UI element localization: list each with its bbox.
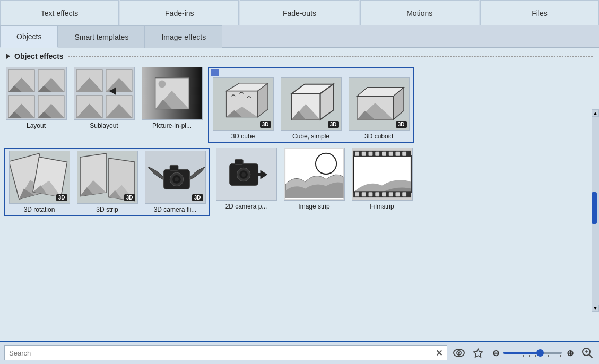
effect-label-3d-rotation: 3D rotation: [9, 206, 70, 213]
effect-2d-camera[interactable]: 2D camera p...: [214, 148, 278, 216]
svg-marker-101: [474, 349, 483, 357]
svg-rect-94: [382, 192, 386, 196]
svg-point-65: [175, 177, 179, 181]
effect-label-pip: Picture-in-pi...: [142, 122, 203, 129]
effect-sublayout[interactable]: Sublayout: [72, 67, 136, 143]
svg-rect-66: [170, 165, 178, 170]
search-clear-button[interactable]: ✕: [436, 348, 442, 358]
collapse-triangle[interactable]: [6, 54, 10, 59]
badge-3d-cuboid: 3D: [396, 121, 407, 128]
svg-rect-86: [388, 152, 393, 156]
effect-label-image-strip: Image strip: [284, 203, 345, 210]
effects-wrapper: Layout: [0, 65, 599, 341]
effect-label-cube-simple: Cube, simple: [281, 133, 342, 140]
content-area: Object effects: [0, 48, 599, 341]
svg-rect-88: [402, 152, 406, 156]
tab-smart-templates[interactable]: Smart templates: [58, 25, 145, 48]
zoom-slider-container: [503, 348, 562, 358]
effect-thumb-image-strip: [284, 148, 345, 201]
section-divider: [68, 56, 593, 57]
search-zoom-button[interactable]: [580, 345, 595, 360]
effect-3d-camera[interactable]: 3D 3D camera fli...: [143, 151, 207, 213]
svg-point-28: [158, 81, 166, 88]
group-box-3d-top: −: [208, 67, 414, 143]
effect-thumb-3d-cube: 3D: [213, 77, 274, 131]
search-bar: ✕ ⊖: [0, 341, 599, 364]
badge-3d-cube: 3D: [260, 121, 271, 128]
effect-label-3d-strip: 3D strip: [77, 206, 138, 213]
svg-rect-96: [395, 192, 400, 196]
effect-cube-simple[interactable]: 3D Cube, simple: [279, 77, 343, 140]
effect-layout[interactable]: Layout: [4, 67, 68, 143]
effect-label-3d-cube: 3D cube: [213, 133, 274, 140]
effect-thumb-3d-camera: 3D: [145, 151, 206, 204]
star-button[interactable]: [471, 345, 485, 360]
tab-image-effects[interactable]: Image effects: [145, 25, 222, 48]
tab-motions[interactable]: Motions: [360, 0, 479, 25]
badge-3d-camera: 3D: [192, 194, 203, 201]
effect-label-2d-camera: 2D camera p...: [216, 203, 277, 210]
scrollbar-thumb[interactable]: [592, 192, 597, 224]
badge-3d-strip: 3D: [124, 194, 135, 201]
zoom-controls: ⊖ ⊕: [490, 347, 576, 359]
tab-fade-outs[interactable]: Fade-outs: [240, 0, 359, 25]
effect-thumb-layout: [6, 67, 67, 120]
group-minus-top[interactable]: −: [211, 69, 219, 76]
scrollbar-track: [592, 117, 599, 312]
eye-button[interactable]: [452, 345, 466, 360]
svg-rect-72: [235, 160, 243, 165]
effect-thumb-sublayout: [74, 67, 135, 120]
scrollbar-up-btn[interactable]: ▲: [592, 109, 599, 117]
effects-rows: Layout: [4, 67, 595, 216]
effect-3d-cuboid[interactable]: 3D 3D cuboid: [347, 77, 411, 140]
svg-point-100: [458, 352, 460, 354]
zoom-minus-button[interactable]: ⊖: [490, 347, 501, 359]
effect-filmstrip[interactable]: Filmstrip: [350, 148, 414, 216]
effect-3d-rotation[interactable]: 3D 3D rotation: [7, 151, 71, 213]
zoom-plus-button[interactable]: ⊕: [564, 347, 576, 359]
svg-rect-84: [375, 152, 379, 156]
top-tab-bar: Text effects Fade-ins Fade-outs Motions …: [0, 0, 599, 25]
badge-cube-simple: 3D: [328, 121, 339, 128]
effect-thumb-2d-camera: [216, 148, 277, 201]
effect-label-3d-camera: 3D camera fli...: [145, 206, 206, 213]
svg-rect-95: [388, 192, 393, 196]
effect-label-filmstrip: Filmstrip: [352, 203, 413, 210]
svg-rect-93: [375, 192, 379, 196]
svg-rect-81: [355, 152, 359, 156]
section-title: Object effects: [14, 52, 64, 60]
svg-rect-23: [109, 90, 114, 92]
effect-label-layout: Layout: [6, 122, 67, 129]
tab-objects[interactable]: Objects: [0, 25, 58, 48]
scrollbar-down-btn[interactable]: ▼: [592, 305, 599, 312]
effect-image-strip[interactable]: Image strip: [282, 148, 346, 216]
effect-thumb-pip: [142, 67, 203, 120]
effect-3d-strip[interactable]: 3D 3D strip: [75, 151, 139, 213]
tab-files[interactable]: Files: [480, 0, 599, 25]
badge-3d-rotation: 3D: [56, 194, 67, 201]
svg-line-103: [589, 354, 592, 358]
effect-label-sublayout: Sublayout: [74, 122, 135, 129]
second-tab-bar: Objects Smart templates Image effects: [0, 25, 599, 48]
effects-row-1: Layout: [4, 67, 595, 143]
section-header: Object effects: [0, 48, 599, 65]
svg-rect-82: [361, 152, 366, 156]
app-container: Text effects Fade-ins Fade-outs Motions …: [0, 0, 599, 364]
svg-rect-91: [361, 192, 366, 196]
group-box-3d-bottom: 3D 3D rotation: [4, 148, 210, 216]
search-input[interactable]: [9, 349, 436, 357]
effect-thumb-3d-rotation: 3D: [9, 151, 70, 204]
tab-fade-ins[interactable]: Fade-ins: [120, 0, 239, 25]
search-input-wrap: ✕: [4, 345, 447, 360]
effects-row-2: 3D 3D rotation: [4, 148, 595, 216]
zoom-slider-track: [503, 352, 562, 354]
tab-text-effects[interactable]: Text effects: [0, 0, 119, 25]
effect-3d-cube[interactable]: 3D 3D cube: [211, 77, 275, 140]
svg-rect-74: [258, 173, 264, 176]
effect-pip[interactable]: Picture-in-pi...: [140, 67, 204, 143]
effect-thumb-cube-simple: 3D: [281, 77, 342, 131]
svg-rect-90: [355, 192, 359, 196]
svg-rect-87: [395, 152, 400, 156]
effect-thumb-3d-strip: 3D: [77, 151, 138, 204]
effect-thumb-3d-cuboid: 3D: [349, 77, 410, 131]
